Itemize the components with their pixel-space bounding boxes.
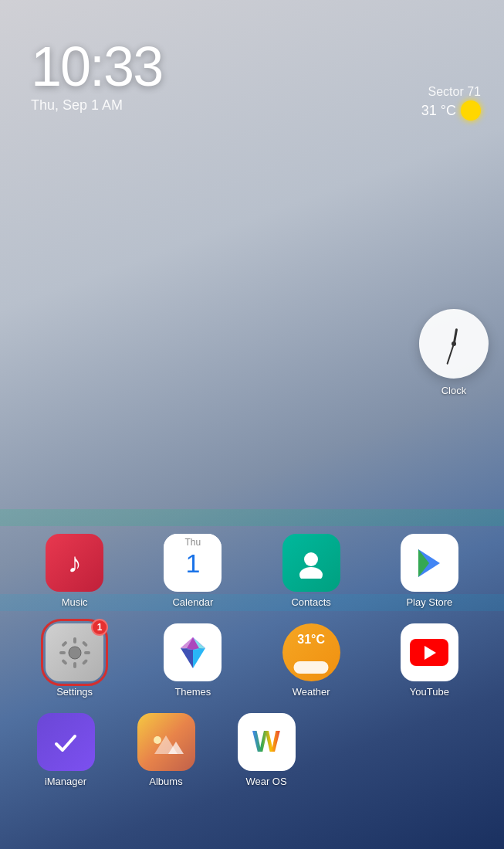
temp-text: 31 °C [421,103,456,119]
themes-gem-svg [174,634,211,671]
wearos-icon-wrap: W [238,713,296,771]
clock-icon [419,309,489,379]
app-youtube[interactable]: YouTube [387,623,472,698]
youtube-icon-bg [401,623,458,681]
calendar-icon-bg: Thu 1 [164,534,222,592]
imanager-label: iManager [45,776,86,787]
clock-app[interactable]: Clock [419,309,489,396]
albums-mountain-svg [147,728,185,757]
weather-temp-display: 31°C [297,633,325,647]
albums-icon-wrap [137,713,195,771]
wearos-icon-bg: W [238,713,296,771]
wearos-logo-icon: W [252,725,280,759]
clock-center [452,341,456,346]
clock-minute-hand [446,344,455,365]
themes-icon-bg [164,623,222,681]
weather-label: Weather [293,686,330,698]
music-icon-bg: ♪ [46,534,103,592]
svg-marker-18 [193,648,205,668]
music-icon-wrap: ♪ [46,534,103,592]
app-playstore[interactable]: Play Store [387,534,472,608]
svg-rect-14 [81,658,87,664]
settings-icon-bg: 1 [46,623,103,681]
svg-rect-11 [61,640,67,647]
app-grid: ♪ Music Thu 1 Calendar [0,534,504,803]
weather-block: Sector 71 31 °C [421,85,481,121]
youtube-logo [410,639,448,666]
calendar-label: Calendar [172,596,213,608]
playstore-icon-wrap [401,534,458,592]
contacts-icon-bg [282,534,340,592]
clock-label: Clock [441,385,467,396]
sun-icon [461,100,481,121]
app-contacts[interactable]: Contacts [269,534,353,608]
themes-icon-wrap [164,623,222,681]
app-settings[interactable]: 1 [32,623,117,698]
date-display: Thu, Sep 1 AM [31,97,162,114]
svg-rect-7 [73,637,76,644]
svg-marker-17 [181,648,193,668]
contacts-label: Contacts [291,596,330,608]
app-row-3: iManager Albums [15,713,489,787]
playstore-label: Play Store [406,596,452,608]
app-wearos[interactable]: W Wear OS [224,713,309,787]
music-note-icon: ♪ [68,547,82,579]
weather-icon-wrap: 31°C [282,623,340,681]
calendar-day-number: 1 [185,549,200,578]
app-music[interactable]: ♪ Music [32,534,117,608]
app-themes[interactable]: Themes [151,623,235,698]
location-text: Sector 71 [421,85,481,99]
imanager-icon-wrap [37,713,95,771]
youtube-icon-wrap [401,623,458,681]
calendar-icon-wrap: Thu 1 [164,534,222,592]
youtube-label: YouTube [410,686,449,698]
albums-icon-bg [137,713,195,771]
svg-point-0 [304,552,318,566]
svg-point-26 [154,736,161,744]
svg-point-6 [69,647,81,659]
settings-gear-svg [58,636,92,670]
svg-rect-8 [73,662,76,668]
contacts-icon-wrap [282,534,340,592]
wearos-label: Wear OS [245,776,286,787]
app-albums[interactable]: Albums [123,713,208,787]
app-row-1: ♪ Music Thu 1 Calendar [15,534,489,608]
imanager-check-svg [50,727,81,758]
weather-icon-bg: 31°C [282,623,340,681]
app-weather[interactable]: 31°C Weather [269,623,353,698]
settings-label: Settings [56,686,93,698]
playstore-logo-svg [412,546,446,580]
albums-label: Albums [149,776,182,787]
svg-point-1 [299,567,323,579]
playstore-icon-bg [401,534,458,592]
music-label: Music [62,596,88,608]
youtube-play-icon [425,646,436,660]
settings-badge: 1 [91,619,108,636]
app-row-2: 1 [15,623,489,698]
svg-rect-13 [61,658,67,664]
app-calendar[interactable]: Thu 1 Calendar [151,534,235,608]
time-display: 10:33 [31,39,162,94]
imanager-icon-bg [37,713,95,771]
app-imanager[interactable]: iManager [23,713,108,787]
time-block: 10:33 Thu, Sep 1 AM [31,39,162,114]
contacts-person-svg [296,548,326,579]
calendar-day-name: Thu [164,534,222,548]
svg-rect-9 [59,651,66,654]
svg-rect-10 [84,651,90,654]
themes-label: Themes [174,686,211,698]
settings-icon-wrap: 1 [46,623,103,681]
svg-rect-12 [81,640,87,647]
weather-cloud-icon [294,661,329,674]
